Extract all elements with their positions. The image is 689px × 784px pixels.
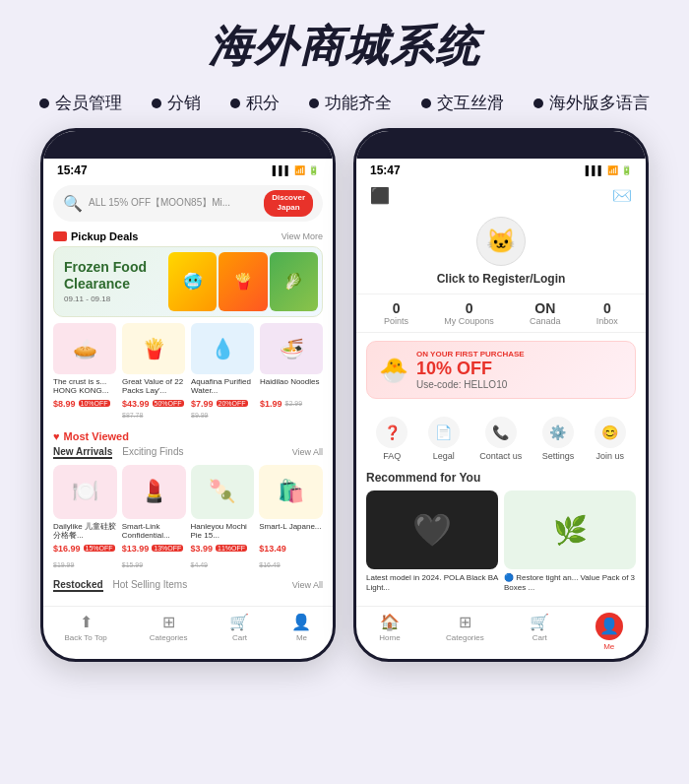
product-name-0: The crust is s... HONG KONG... [53,377,116,397]
banner-img-2: 🍟 [219,252,267,311]
product-card-2[interactable]: 💧 Aquafina Purified Water... $7.99 20%OF… [191,323,254,419]
menu-legal[interactable]: 📄 Legal [428,417,460,461]
phone2-notch [356,131,646,159]
view-more-link[interactable]: View More [282,231,323,241]
recommend-name-1: 🔵 Restore tight an... Value Pack of 3 Bo… [504,573,636,594]
restocked-tab[interactable]: Restocked [53,579,103,592]
phone2-status-icons: ▌▌▌ 📶 🔋 [586,165,632,175]
phone1-nav-categories[interactable]: ⊞ Categories [150,613,188,642]
search-icon: 🔍 [63,194,83,213]
stat-coupons[interactable]: 0 My Coupons [444,300,494,326]
phone1-search-bar[interactable]: 🔍 ALL 15% OFF【MOON85】Mi... Discover Japa… [53,185,323,222]
contact-icon: 📞 [485,417,517,448]
categories-icon: ⊞ [162,613,175,631]
cart-icon: 🛒 [229,613,249,631]
arrival-name-3: Smart-L Japane... [259,522,323,542]
search-input[interactable]: ALL 15% OFF【MOON85】Mi... [89,196,258,210]
phone1-notch [43,131,333,159]
restocked-section: Restocked Hot Selling Items View All [43,575,333,602]
feature-item-2: 分销 [152,92,201,114]
phone1-time: 15:47 [57,163,88,177]
arrival-name-0: Dailylike 儿童硅胶分格餐... [53,522,117,542]
most-viewed-title: ♥ Most Viewed [53,430,323,442]
phones-container: 15:47 ▌▌▌ 📶 🔋 🔍 ALL 15% OFF【MOON85】Mi...… [0,128,689,682]
feature-item-6: 海外版多语言 [533,92,650,114]
recommend-grid: 🖤 Latest model in 2024. POLA Black BA Li… [366,490,636,594]
arrival-img-3: 🛍️ [259,465,323,519]
me-icon: 👤 [291,613,311,631]
stat-inbox[interactable]: 0 Inbox [596,300,618,326]
banner-img-3: 🥬 [270,252,318,311]
stat-canada[interactable]: ON Canada [530,300,561,326]
tab-exciting-finds[interactable]: Exciting Finds [122,446,183,459]
legal-icon: 📄 [428,417,460,448]
arrival-card-0[interactable]: 🍽️ Dailylike 儿童硅胶分格餐... $16.99 15%OFF $1… [53,465,117,571]
product-card-1[interactable]: 🍟 Great Value of 22 Packs Lay'... $43.99… [122,323,185,419]
phone2-nav-cart[interactable]: 🛒 Cart [530,613,549,651]
phone1-nav-me[interactable]: 👤 Me [291,613,311,642]
tabs-left: New Arrivals Exciting Finds [53,446,183,459]
view-all-link[interactable]: View All [292,447,323,457]
arrival-card-1[interactable]: 💄 Smart-Link Confidential... $13.99 13%O… [122,465,186,571]
frozen-food-banner[interactable]: Frozen Food Clearance 09.11 - 09.18 🥶 🍟 … [53,246,323,317]
recommend-card-1[interactable]: 🌿 🔵 Restore tight an... Value Pack of 3 … [504,490,636,594]
feature-item-3: 积分 [230,92,280,114]
banner-images: 🥶 🍟 🥬 [164,247,322,316]
product-price-row-1: $43.99 50%OFF $87.78 [122,399,185,419]
restocked-view-all[interactable]: View All [292,580,323,590]
stat-points[interactable]: 0 Points [384,300,408,326]
avatar: 🐱 [476,217,526,266]
arrival-name-1: Smart-Link Confidential... [122,522,186,542]
stats-row: 0 Points 0 My Coupons ON Canada 0 Inbox [356,294,646,333]
product-price-row-3: $1.99 $2.99 [260,399,323,409]
menu-contact[interactable]: 📞 Contact us [479,417,522,461]
avatar-section: 🐱 Click to Register/Login [356,211,646,294]
arrival-img-2: 🍡 [191,465,255,519]
phone2-nav-home[interactable]: 🏠 Home [379,613,400,651]
phone2-bottom-nav: 🏠 Home ⊞ Categories 🛒 Cart 👤 Me [356,606,646,659]
promo-duck-icon: 🐣 [379,357,408,384]
feature-dot-3 [230,98,240,108]
feature-dot-2 [152,98,161,108]
features-list: 会员管理 分销 积分 功能齐全 交互丝滑 海外版多语言 [0,84,689,128]
phone2-nav-me[interactable]: 👤 Me [595,613,623,651]
phone1-nav-cart[interactable]: 🛒 Cart [229,613,249,642]
arrival-card-3[interactable]: 🛍️ Smart-L Japane... $13.49 $16.49 [259,465,323,571]
product-orig-3: $2.99 [285,400,303,407]
product-card-3[interactable]: 🍜 Haidilao Noodles $1.99 $2.99 [260,323,323,419]
menu-join-us[interactable]: 😊 Join us [595,417,626,461]
product-price-row-2: $7.99 20%OFF $9.99 [191,399,254,419]
product-card-0[interactable]: 🥧 The crust is s... HONG KONG... $8.99 1… [53,323,116,419]
phone1-nav-back-to-top[interactable]: ⬆ Back To Top [65,613,107,642]
product-price-row-0: $8.99 10%OFF [53,399,116,409]
menu-settings[interactable]: ⚙️ Settings [542,417,575,461]
tabs-row: New Arrivals Exciting Finds View All [53,446,323,459]
menu-faq[interactable]: ❓ FAQ [376,417,407,461]
page-title: 海外商城系统 [0,18,689,76]
product-price-2: $7.99 [191,399,214,409]
phone2-status-bar: 15:47 ▌▌▌ 📶 🔋 [356,159,646,180]
arrival-card-2[interactable]: 🍡 Hanleyou Mochi Pie 15... $3.99 11%OFF … [191,465,255,571]
tab-new-arrivals[interactable]: New Arrivals [53,446,112,459]
banner-title: Frozen Food Clearance [64,259,147,293]
promo-subtitle: ON YOUR FIRST PURCHASE [416,350,623,359]
pickup-deals-header: Pickup Deals View More [43,227,333,246]
feature-item-4: 功能齐全 [309,92,392,114]
recommend-img-0: 🖤 [366,490,498,569]
discover-japan-button[interactable]: Discover Japan [264,190,313,217]
promo-banner[interactable]: 🐣 ON YOUR FIRST PURCHASE 10% OFF Use-cod… [366,341,636,399]
product-img-2: 💧 [191,323,254,374]
feature-item-5: 交互丝滑 [421,92,504,114]
product-img-0: 🥧 [53,323,116,374]
scan-icon[interactable]: ⬛ [370,186,390,205]
recommend-card-0[interactable]: 🖤 Latest model in 2024. POLA Black BA Li… [366,490,498,594]
phone2-categories-icon: ⊞ [459,613,471,631]
phone1-status-icons: ▌▌▌ 📶 🔋 [273,165,319,175]
hot-selling-tab[interactable]: Hot Selling Items [113,579,188,592]
phone2-nav-categories[interactable]: ⊞ Categories [446,613,484,651]
feature-dot-5 [421,98,431,108]
message-icon[interactable]: ✉️ [612,186,632,205]
recommend-section: Recommend for You 🖤 Latest model in 2024… [356,467,646,598]
phone2-top-icons: ⬛ ✉️ [356,180,646,211]
login-button[interactable]: Click to Register/Login [437,272,566,286]
